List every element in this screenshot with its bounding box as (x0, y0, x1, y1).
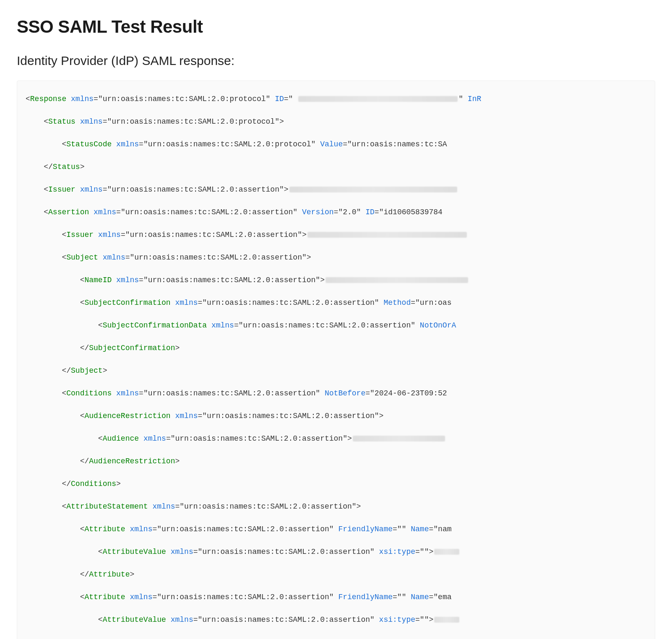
page-title: SSO SAML Test Result (17, 17, 655, 37)
result-card: SSO SAML Test Result Identity Provider (… (17, 17, 655, 639)
saml-response-code[interactable]: <Response xmlns="urn:oasis:names:tc:SAML… (17, 81, 655, 639)
section-title: Identity Provider (IdP) SAML response: (17, 54, 655, 68)
